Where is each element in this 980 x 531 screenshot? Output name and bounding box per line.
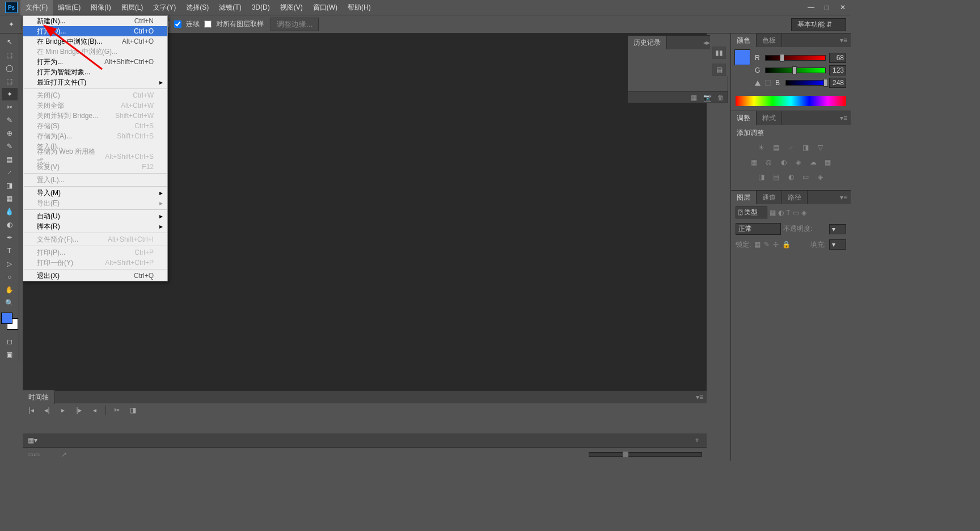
close-button[interactable]: ✕	[835, 1, 851, 14]
adjust-menu-icon[interactable]: ▾≡	[837, 114, 851, 122]
menu-file[interactable]: 文件(F)	[20, 0, 53, 15]
layers-tab[interactable]: 图层	[731, 191, 757, 204]
lookup-icon[interactable]: ▦	[823, 158, 833, 168]
status-arrow-icon[interactable]: ↗	[61, 450, 67, 458]
bw-icon[interactable]: ◐	[779, 158, 789, 168]
vibrance-icon[interactable]: ▽	[816, 144, 826, 154]
maximize-button[interactable]: ◻	[819, 1, 835, 14]
brightness-icon[interactable]: ☀	[757, 144, 767, 154]
lock-paint-icon[interactable]: ✎	[764, 241, 770, 248]
menu-layer[interactable]: 图层(L)	[116, 0, 149, 15]
brush-tool[interactable]: ✎	[2, 140, 18, 153]
selective-icon[interactable]: ◈	[816, 173, 826, 183]
quick-select-tool[interactable]: ⬚	[2, 75, 18, 87]
play-button[interactable]: ▸	[58, 406, 68, 414]
filter-shape-icon[interactable]: ▭	[793, 209, 799, 217]
screen-mode-tool[interactable]: ▣	[2, 348, 18, 361]
lock-position-icon[interactable]: ✢	[773, 241, 779, 248]
tween-button[interactable]: ▦▾	[27, 436, 37, 444]
filter-image-icon[interactable]: ▦	[770, 209, 776, 217]
menu-item-u[interactable]: 自动(U)▸	[23, 211, 167, 221]
hand-tool[interactable]: ✋	[2, 284, 18, 296]
layer-kind-select[interactable]: ⍰ 类型	[736, 206, 767, 218]
strip-icon-2[interactable]: ▤	[712, 64, 726, 76]
menu-3d[interactable]: 3D(D)	[247, 0, 275, 15]
healing-tool[interactable]: ⊕	[2, 127, 18, 140]
color-preview[interactable]	[734, 49, 750, 65]
tool-preset-icon[interactable]: ✦	[5, 18, 18, 31]
opacity-value[interactable]: ▾	[829, 224, 846, 234]
channels-tab[interactable]: 通道	[757, 191, 782, 204]
foreground-color[interactable]	[1, 313, 12, 324]
invert-icon[interactable]: ◨	[757, 173, 767, 183]
new-doc-icon[interactable]: ▦	[687, 94, 700, 102]
last-frame-button[interactable]: ◂	[90, 406, 100, 414]
eyedropper-tool[interactable]: ✎	[2, 114, 18, 127]
paths-tab[interactable]: 路径	[782, 191, 808, 204]
first-frame-button[interactable]: |◂	[26, 406, 36, 414]
cut-button[interactable]: ✂	[112, 406, 122, 414]
menu-select[interactable]: 选择(S)	[181, 0, 214, 15]
g-value[interactable]: 123	[829, 65, 846, 75]
color-menu-icon[interactable]: ▾≡	[837, 36, 851, 44]
delete-icon[interactable]: 🗑	[714, 94, 728, 102]
warning-icon[interactable]	[755, 81, 761, 86]
transition-button[interactable]: ◨	[128, 406, 138, 414]
photo-filter-icon[interactable]: ◈	[793, 158, 804, 168]
timeline-menu-icon[interactable]: ▾≡	[692, 393, 707, 401]
lock-all-icon[interactable]: 🔒	[782, 241, 791, 248]
menu-image[interactable]: 图像(I)	[86, 0, 116, 15]
gradient-tool[interactable]: ▦	[2, 192, 18, 205]
add-frame-button[interactable]: +	[692, 436, 702, 444]
timeline-tab[interactable]: 时间轴	[23, 390, 55, 404]
all-layers-checkbox[interactable]	[204, 20, 212, 28]
workspace-selector[interactable]: 基本功能 ⇵	[791, 18, 846, 31]
posterize-icon[interactable]: ▤	[771, 173, 782, 183]
menu-item-t[interactable]: 最近打开文件(T)▸	[23, 77, 167, 87]
clone-tool[interactable]: ▤	[2, 153, 18, 166]
threshold-icon[interactable]: ◐	[786, 173, 796, 183]
menu-item-[interactable]: 打开为...Alt+Shift+Ctrl+O	[23, 57, 167, 67]
layers-menu-icon[interactable]: ▾≡	[837, 193, 851, 201]
magic-wand-tool[interactable]: ✦	[2, 88, 18, 100]
blur-tool[interactable]: 💧	[2, 205, 18, 218]
menu-item-x[interactable]: 退出(X)Ctrl+Q	[23, 271, 167, 281]
menu-window[interactable]: 窗口(W)	[308, 0, 343, 15]
history-tab[interactable]: 历史记录	[628, 36, 667, 49]
color-tab[interactable]: 颜色	[731, 33, 757, 47]
menu-item-[interactable]: 打开为智能对象...	[23, 67, 167, 77]
status-zoom[interactable]: ▭▭	[27, 450, 61, 458]
filter-smart-icon[interactable]: ◈	[801, 209, 806, 217]
menu-item-bridgeb[interactable]: 在 Bridge 中浏览(B)...Alt+Ctrl+O	[23, 36, 167, 47]
menu-view[interactable]: 视图(V)	[275, 0, 308, 15]
strip-icon-1[interactable]: ▮▮	[712, 47, 726, 59]
menu-filter[interactable]: 滤镜(T)	[214, 0, 246, 15]
levels-icon[interactable]: ▤	[771, 144, 782, 154]
lock-pixels-icon[interactable]: ▦	[754, 241, 761, 248]
curves-icon[interactable]: ⟋	[786, 144, 796, 154]
lasso-tool[interactable]: ◯	[2, 62, 18, 74]
menu-edit[interactable]: 编辑(E)	[53, 0, 86, 15]
marquee-tool[interactable]: ⬚	[2, 49, 18, 61]
zoom-tool[interactable]: 🔍	[2, 297, 18, 309]
minimize-button[interactable]: —	[803, 1, 819, 14]
color-swatches[interactable]	[1, 313, 18, 330]
menu-item-r[interactable]: 脚本(R)▸	[23, 221, 167, 231]
path-select-tool[interactable]: ▷	[2, 258, 18, 270]
b-slider[interactable]	[785, 80, 826, 86]
contiguous-checkbox[interactable]	[174, 20, 181, 28]
r-value[interactable]: 68	[829, 53, 846, 63]
crop-tool[interactable]: ✂	[2, 101, 18, 113]
shape-tool[interactable]: ○	[2, 271, 18, 283]
filter-type-icon[interactable]: T	[786, 209, 790, 217]
styles-tab[interactable]: 样式	[757, 111, 782, 125]
b-value[interactable]: 248	[829, 78, 846, 88]
adjustments-tab[interactable]: 调整	[731, 111, 757, 125]
pen-tool[interactable]: ✒	[2, 231, 18, 244]
menu-type[interactable]: 文字(Y)	[148, 0, 181, 15]
exposure-icon[interactable]: ◨	[801, 144, 811, 154]
prev-frame-button[interactable]: ◂|	[42, 406, 52, 414]
balance-icon[interactable]: ⚖	[764, 158, 774, 168]
gradient-map-icon[interactable]: ▭	[801, 173, 811, 183]
color-spectrum[interactable]	[736, 96, 846, 106]
